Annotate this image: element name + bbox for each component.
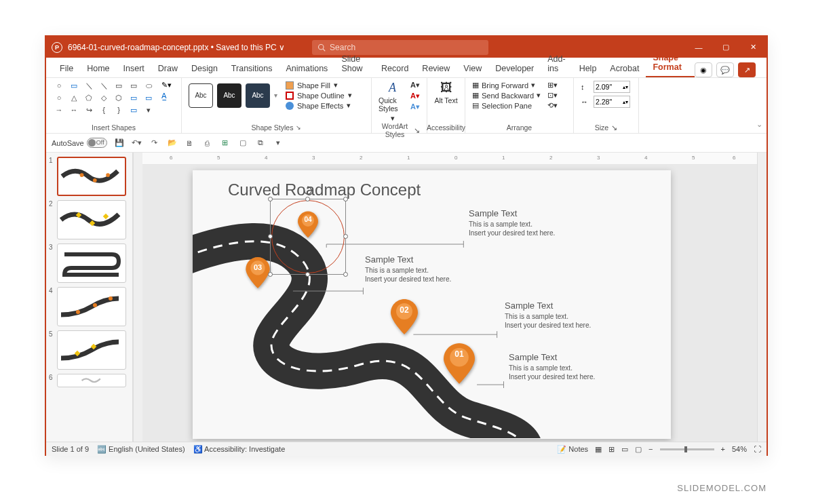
language-indicator[interactable]: 🔤 English (United States) [97, 445, 185, 454]
group-label: Size [595, 123, 608, 132]
shape-fill-button[interactable]: Shape Fill ▾ [286, 81, 352, 90]
selection-box[interactable] [270, 199, 346, 275]
slide-thumbnails-panel: 1 2 3 4 5 6 [46, 153, 133, 442]
selection-pane-button[interactable]: ▤ Selection Pane [472, 101, 541, 110]
canvas-scrollbar[interactable] [757, 153, 767, 442]
normal-view-button[interactable]: ▦ [595, 445, 602, 454]
accessibility-check[interactable]: ♿ Accessibility: Investigate [193, 445, 286, 454]
open-button[interactable]: 📂 [167, 138, 178, 149]
tab-slideshow[interactable]: Slide Show [334, 50, 374, 77]
style-preset-1[interactable]: Abc [189, 83, 213, 108]
text-box-button[interactable]: A̲ [161, 92, 172, 100]
slide-thumbnail-5[interactable] [57, 330, 126, 370]
tab-acrobat[interactable]: Acrobat [603, 60, 646, 77]
tab-transitions[interactable]: Transitions [225, 60, 279, 77]
edit-shape-button[interactable]: ✎▾ [161, 81, 172, 90]
callout-4[interactable]: Sample Text This is a sample text.Insert… [469, 208, 555, 237]
slide[interactable]: Curved Roadmap Concept [193, 170, 671, 439]
fit-window-button[interactable]: ⛶ [754, 445, 761, 453]
qat-more-button[interactable]: ▾ [273, 138, 284, 149]
tab-developer[interactable]: Developer [488, 60, 541, 77]
record-button[interactable]: ◉ [695, 62, 712, 77]
tab-home[interactable]: Home [80, 60, 116, 77]
window-controls: ― ▢ ✕ [685, 37, 767, 58]
tab-design[interactable]: Design [185, 60, 225, 77]
zoom-slider[interactable] [660, 448, 714, 450]
ribbon-body: ○▭＼＼▭▭⬭ ○△⬠◇⬡▭▭ →↔↪{}▭▾ ✎▾ A̲ Insert Sha… [46, 78, 767, 134]
shape-effects-button[interactable]: Shape Effects ▾ [286, 101, 352, 110]
style-preset-2[interactable]: Abc [217, 83, 241, 108]
width-input[interactable]: 2.28"▴▾ [594, 96, 630, 108]
callout-2[interactable]: Sample Text This is a sample text.Insert… [505, 301, 591, 330]
watermark: SLIDEMODEL.COM [677, 483, 767, 493]
tab-view[interactable]: View [457, 60, 488, 77]
tab-addins[interactable]: Add-ins [541, 50, 572, 77]
quick-styles-button[interactable]: A Quick Styles▾ [379, 81, 406, 122]
sorter-view-button[interactable]: ⊞ [608, 445, 615, 454]
callout-1[interactable]: Sample Text This is a sample text.Insert… [509, 352, 595, 381]
new-slide-button[interactable]: ⊞ [220, 138, 231, 149]
road-graphic[interactable] [193, 197, 671, 438]
slide-thumbnail-6[interactable] [57, 374, 126, 387]
tab-record[interactable]: Record [374, 60, 415, 77]
zoom-out-button[interactable]: − [648, 445, 653, 453]
text-fill-button[interactable]: A▾ [410, 81, 420, 90]
bring-forward-button[interactable]: ▦ Bring Forward ▾ [472, 81, 541, 90]
close-button[interactable]: ✕ [739, 37, 767, 58]
tab-file[interactable]: File [53, 60, 80, 77]
comments-button[interactable]: 💬 [716, 62, 734, 77]
shape-outline-button[interactable]: Shape Outline ▾ [286, 91, 352, 100]
group-accessibility: 🖼 Alt Text Accessibility [427, 78, 465, 133]
slideshow-button[interactable]: ▢ [237, 138, 248, 149]
svg-line-1 [323, 49, 325, 51]
ribbon-collapse-button[interactable]: ⌄ [639, 78, 767, 133]
tab-shape-format[interactable]: Shape Format [646, 49, 695, 77]
reading-view-button[interactable]: ▭ [621, 445, 628, 454]
slide-thumbnail-1[interactable] [57, 157, 126, 196]
tab-animations[interactable]: Animations [279, 60, 335, 77]
undo-button[interactable]: ↶▾ [132, 138, 142, 149]
thumbnail-scrollbar[interactable] [133, 153, 142, 442]
redo-button[interactable]: ↷ [149, 138, 160, 149]
alt-text-button[interactable]: 🖼 Alt Text [434, 81, 458, 104]
tab-insert[interactable]: Insert [117, 60, 151, 77]
zoom-in-button[interactable]: + [721, 445, 725, 453]
send-backward-button[interactable]: ▦ Send Backward ▾ [472, 91, 541, 100]
map-pin-02[interactable]: 02 [391, 299, 418, 334]
slide-canvas[interactable]: 6543210123456 Curved Roadmap Concept [142, 153, 757, 442]
share-button[interactable]: ↗ [738, 62, 756, 77]
slide-thumbnail-3[interactable] [57, 244, 126, 283]
zoom-level[interactable]: 54% [732, 445, 747, 453]
rotate-button[interactable]: ⟲▾ [547, 101, 558, 110]
height-icon: ↕ [581, 83, 589, 91]
new-button[interactable]: 🗎 [185, 138, 195, 149]
slideshow-view-button[interactable]: ▢ [635, 445, 642, 454]
map-pin-01[interactable]: 01 [444, 343, 475, 384]
statusbar: Slide 1 of 9 🔤 English (United States) ♿… [46, 442, 767, 456]
tab-review[interactable]: Review [415, 60, 457, 77]
notes-button[interactable]: 📝 Notes [557, 445, 588, 454]
map-pin-03[interactable]: 03 [246, 257, 270, 288]
slide-thumbnail-2[interactable] [57, 200, 126, 239]
align-button[interactable]: ⊞▾ [547, 81, 558, 90]
group-button[interactable]: ⊡▾ [547, 91, 558, 100]
group-label: WordArt Styles [379, 122, 411, 138]
slide-thumbnail-4[interactable] [57, 287, 126, 326]
style-preset-3[interactable]: Abc [246, 83, 270, 108]
save-button[interactable]: 💾 [114, 138, 125, 149]
text-effects-button[interactable]: A▾ [410, 102, 420, 111]
slide-title[interactable]: Curved Roadmap Concept [228, 180, 421, 199]
rotation-handle-icon[interactable] [303, 186, 313, 195]
maximize-button[interactable]: ▢ [712, 37, 739, 58]
width-icon: ↔ [581, 98, 589, 106]
tab-draw[interactable]: Draw [151, 60, 185, 77]
height-input[interactable]: 2.09"▴▾ [594, 81, 630, 93]
copy-button[interactable]: ⧉ [255, 138, 266, 149]
callout-3[interactable]: Sample Text This is a sample text.Insert… [365, 254, 451, 284]
print-button[interactable]: ⎙ [202, 138, 213, 149]
text-outline-button[interactable]: A▾ [410, 92, 420, 100]
shapes-gallery[interactable]: ○▭＼＼▭▭⬭ ○△⬠◇⬡▭▭ →↔↪{}▭▾ [53, 81, 156, 116]
search-icon [317, 43, 326, 52]
autosave-toggle[interactable]: AutoSave Off [52, 138, 107, 148]
tab-help[interactable]: Help [573, 60, 604, 77]
